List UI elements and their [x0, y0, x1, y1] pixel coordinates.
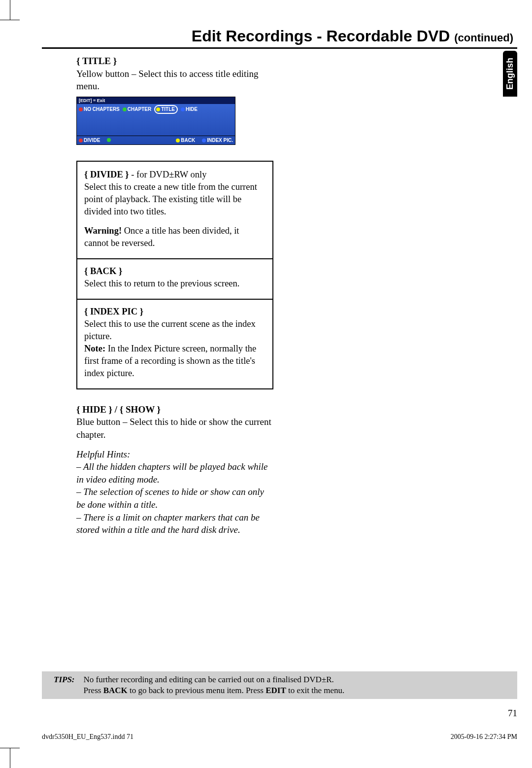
footer-timestamp: 2005-09-16 2:27:34 PM: [451, 733, 517, 741]
blue-dot-icon: [202, 139, 206, 142]
green-dot-icon: [123, 107, 127, 111]
heading-main: Edit Recordings - Recordable DVD: [192, 27, 450, 45]
page-heading: Edit Recordings - Recordable DVD (contin…: [42, 27, 517, 49]
back-desc: Select this to return to the previous sc…: [84, 278, 266, 290]
osd-indexpic: INDEX PIC.: [202, 137, 233, 144]
red-dot-icon: [79, 139, 83, 142]
divide-desc: Select this to create a new title from t…: [84, 181, 266, 218]
index-label: { INDEX PIC }: [84, 306, 266, 318]
title-desc: Yellow button – Select this to access ti…: [76, 68, 273, 93]
divide-suffix: - for DVD±RW only: [129, 170, 207, 179]
tips-label: TIPS:: [54, 674, 75, 696]
hide-show-desc: Blue button – Select this to hide or sho…: [76, 416, 273, 441]
osd-back: BACK: [176, 137, 195, 144]
osd-no-chapters: NO CHAPTERS: [79, 106, 120, 113]
red-dot-icon: [79, 107, 83, 111]
back-cell: { BACK } Select this to return to the pr…: [77, 259, 272, 300]
footer-filename: dvdr5350H_EU_Eng537.indd 71: [42, 733, 133, 741]
note-label: Note:: [84, 344, 105, 353]
info-box: { DIVIDE } - for DVD±RW only Select this…: [76, 161, 273, 389]
page-number: 71: [508, 708, 517, 719]
osd-chapter: CHAPTER: [123, 106, 151, 113]
index-cell: { INDEX PIC } Select this to use the cur…: [77, 300, 272, 388]
divide-label: { DIVIDE }: [84, 170, 129, 179]
tips-text: No further recording and editing can be …: [84, 674, 345, 696]
osd-title-highlight: TITLE: [154, 105, 178, 114]
heading-continued: (continued): [454, 32, 513, 44]
back-label: { BACK }: [84, 265, 266, 278]
title-label: { TITLE }: [76, 55, 273, 68]
hint-1: – All the hidden chapters will be played…: [76, 460, 273, 486]
language-tab: English: [503, 51, 517, 97]
osd-divide: DIVIDE: [79, 137, 100, 144]
yellow-dot-icon: [176, 139, 180, 142]
osd-hide: HIDE: [181, 106, 198, 113]
divide-cell: { DIVIDE } - for DVD±RW only Select this…: [77, 163, 272, 259]
note-text: In the Index Picture screen, normally th…: [84, 344, 256, 378]
hint-2: – The selection of scenes to hide or sho…: [76, 486, 273, 511]
hide-show-section: { HIDE } / { SHOW } Blue button – Select…: [76, 403, 273, 536]
warning-label: Warning!: [84, 226, 122, 236]
osd-screenshot: [EDIT] = Exit NO CHAPTERS CHAPTER TITLE …: [76, 97, 235, 145]
blue-dot-icon: [181, 107, 185, 111]
index-desc: Select this to use the current scene as …: [84, 318, 266, 343]
tips-bar: TIPS: No further recording and editing c…: [42, 671, 517, 699]
yellow-dot-icon: [156, 107, 160, 111]
green-dot-icon: [107, 138, 111, 142]
hint-3: – There is a limit on chapter markers th…: [76, 511, 273, 536]
hide-show-label: { HIDE } / { SHOW }: [76, 403, 273, 416]
hints-title: Helpful Hints:: [76, 448, 273, 461]
osd-top-text: [EDIT] = Exit: [79, 98, 105, 104]
